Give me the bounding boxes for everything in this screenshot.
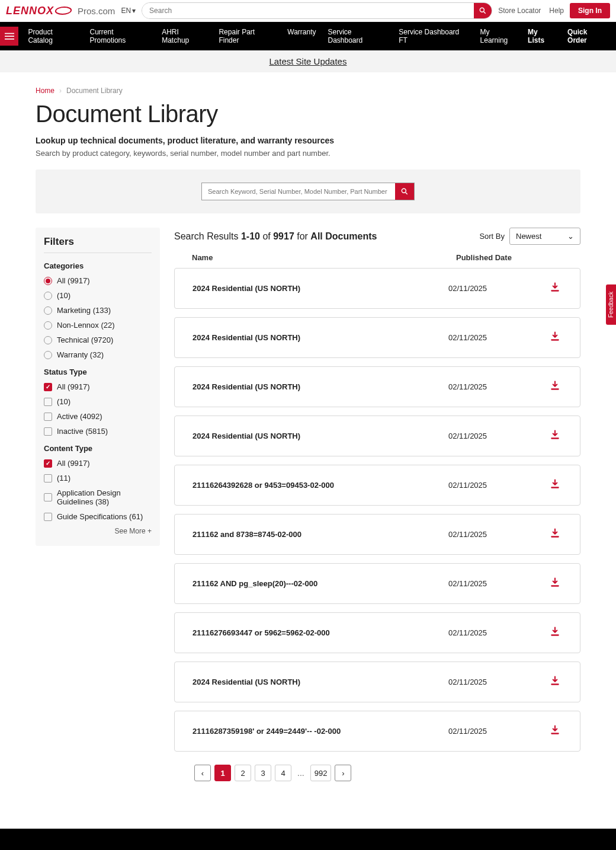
filter-radio-item[interactable]: All (9917) [44, 276, 152, 285]
nav-item[interactable]: AHRI Matchup [162, 22, 207, 50]
filter-radio-item[interactable]: Marketing (133) [44, 306, 152, 315]
filter-check-item[interactable]: (11) [44, 474, 152, 482]
checkbox-icon [44, 427, 52, 436]
radio-icon [44, 321, 52, 330]
signin-button[interactable]: Sign In [570, 3, 610, 18]
nav-item[interactable]: My Learning [480, 22, 519, 50]
download-button[interactable] [549, 429, 562, 443]
result-row: 2024 Residential (US NORTH)02/11/2025 [174, 317, 580, 358]
site-updates-banner[interactable]: Latest Site Updates [0, 50, 616, 72]
result-row: 211162 AND pg_sleep(20)---02-00002/11/20… [174, 563, 580, 604]
filter-label: All (9917) [57, 459, 90, 468]
svg-rect-13 [551, 585, 559, 587]
radio-icon [44, 292, 52, 300]
store-locator-link[interactable]: Store Locator [498, 7, 541, 15]
download-button[interactable] [549, 282, 562, 295]
page-button[interactable]: 4 [275, 765, 291, 781]
nav-item[interactable]: Service Dashboard FT [399, 22, 468, 50]
filter-radio-item[interactable]: (10) [44, 291, 152, 300]
filter-radio-item[interactable]: Warranty (32) [44, 350, 152, 359]
results-area: Search Results 1-10 of 9917 for All Docu… [174, 228, 580, 805]
filter-label: All (9917) [57, 382, 90, 391]
filter-check-item[interactable]: Guide Specifications (61) [44, 512, 152, 521]
checkbox-icon [44, 493, 52, 501]
last-page-button[interactable]: 992 [310, 765, 332, 781]
filters-title: Filters [44, 236, 152, 253]
filter-radio-item[interactable]: Technical (9720) [44, 335, 152, 344]
download-button[interactable] [549, 577, 562, 590]
nav-item[interactable]: Current Promotions [90, 22, 150, 50]
breadcrumb-home[interactable]: Home [36, 87, 54, 95]
checkbox-icon [44, 513, 52, 521]
result-date: 02/11/2025 [448, 628, 549, 637]
nav-item[interactable]: Product Catalog [28, 22, 78, 50]
filter-check-item[interactable]: Inactive (5815) [44, 427, 152, 436]
filter-label: (10) [57, 397, 70, 406]
svg-line-1 [484, 12, 486, 14]
help-link[interactable]: Help [549, 7, 564, 15]
download-button[interactable] [549, 331, 562, 344]
filter-check-item[interactable]: Active (4092) [44, 412, 152, 421]
search-icon [400, 187, 409, 196]
see-more-button[interactable]: See More + [44, 527, 152, 535]
result-date: 02/11/2025 [448, 530, 549, 539]
feedback-tab[interactable]: Feedback [606, 285, 616, 325]
download-button[interactable] [549, 478, 562, 492]
result-row: 21116287359198' or 2449=2449'-- -02-0000… [174, 711, 580, 752]
page-title: Document Library [36, 101, 580, 127]
doc-search-input[interactable] [202, 183, 395, 200]
breadcrumb-current: Document Library [66, 87, 123, 95]
doc-search-button[interactable] [395, 183, 414, 200]
page-button[interactable]: 1 [214, 765, 231, 781]
chevron-right-icon: › [342, 769, 344, 778]
download-button[interactable] [549, 675, 562, 689]
nav-right-item[interactable]: My Lists [528, 22, 556, 50]
nav-item[interactable]: Repair Part Finder [219, 22, 275, 50]
pros-text: Pros.com [78, 6, 115, 16]
checkbox-icon [44, 383, 52, 391]
radio-icon [44, 336, 52, 344]
svg-rect-11 [551, 487, 559, 488]
brand-oval-icon [54, 7, 73, 15]
search-button[interactable] [474, 3, 492, 18]
filter-check-item[interactable]: All (9917) [44, 459, 152, 468]
svg-point-5 [402, 188, 406, 193]
download-button[interactable] [549, 528, 562, 541]
filter-check-item[interactable]: All (9917) [44, 382, 152, 391]
search-input[interactable] [142, 3, 474, 18]
navbar: Product CatalogCurrent PromotionsAHRI Ma… [0, 22, 616, 50]
sort-label: Sort By [479, 232, 505, 241]
menu-button[interactable] [0, 27, 18, 46]
svg-rect-8 [551, 339, 559, 341]
filter-check-item[interactable]: Application Design Guidelines (38) [44, 488, 152, 506]
filter-label: All (9917) [57, 276, 90, 285]
sort-select[interactable]: Newest ⌄ [509, 228, 580, 245]
result-date: 02/11/2025 [448, 432, 549, 440]
result-name: 21116264392628 or 9453=09453-02-000 [192, 481, 448, 490]
prev-page-button[interactable]: ‹ [194, 765, 211, 781]
global-search [142, 2, 492, 19]
page-button[interactable]: 2 [235, 765, 251, 781]
categories-label: Categories [44, 261, 152, 270]
radio-icon [44, 306, 52, 315]
filter-check-item[interactable]: (10) [44, 397, 152, 406]
nav-right-item[interactable]: Quick Order [567, 22, 608, 50]
nav-item[interactable]: Warranty [287, 22, 316, 50]
download-button[interactable] [549, 380, 562, 394]
result-row: 2024 Residential (US NORTH)02/11/2025 [174, 366, 580, 407]
next-page-button[interactable]: › [335, 765, 351, 781]
filter-label: Inactive (5815) [57, 427, 108, 436]
download-button[interactable] [549, 724, 562, 738]
content-label: Content Type [44, 444, 152, 453]
checkbox-icon [44, 398, 52, 406]
logo[interactable]: LENNOX Pros.com [6, 5, 115, 17]
svg-rect-15 [551, 683, 559, 685]
result-row: 21116276693447 or 5962=5962-02-00002/11/… [174, 612, 580, 653]
svg-point-0 [480, 8, 485, 12]
nav-item[interactable]: Service Dashboard [328, 22, 387, 50]
language-selector[interactable]: EN ▾ [121, 7, 136, 15]
result-columns: Name Published Date [174, 253, 580, 262]
page-button[interactable]: 3 [255, 765, 271, 781]
filter-radio-item[interactable]: Non-Lennox (22) [44, 321, 152, 330]
download-button[interactable] [549, 626, 562, 640]
